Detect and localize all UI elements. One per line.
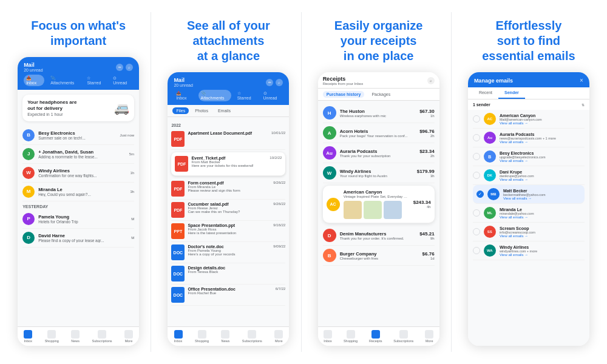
attachments-tab-2[interactable]: 📎 Attachments: [198, 90, 231, 101]
view-all-link[interactable]: View all emails →: [500, 140, 585, 144]
receipt-item[interactable]: A Acorn HotelsPack your bags! Your reser…: [323, 123, 435, 143]
receipt-tabs: Purchase history Packages: [318, 89, 439, 101]
receipts-header: Receipts Receipts from your Inbox ⌕: [318, 72, 439, 89]
packages-tab[interactable]: Packages: [368, 91, 394, 98]
email-item[interactable]: M Miranda Le Hey, Could you send again?.…: [22, 183, 134, 201]
purchase-history-tab[interactable]: Purchase history: [323, 91, 365, 98]
nav-more-3[interactable]: More: [425, 330, 433, 343]
view-all-link[interactable]: View all emails →: [500, 234, 585, 238]
file-item[interactable]: DOC Office Presentation.doc From Rachel …: [171, 285, 285, 306]
receipt-item[interactable]: Au Auraria PodcastsThank you for your su…: [323, 143, 435, 163]
phone-3: Receipts Receipts from your Inbox ⌕ Purc…: [318, 72, 439, 346]
file-item[interactable]: DOC Design details.doc From Teresa Black: [171, 263, 285, 285]
panel-sort: Effortlesslysort to findessential emails…: [456, 12, 601, 352]
receipts-title: Receipts: [323, 76, 364, 82]
nav-subs-2[interactable]: Subscriptions: [242, 330, 262, 343]
sender-check[interactable]: [473, 172, 480, 179]
sender-item[interactable]: B Besy Electronics upgrade@besyelectroni…: [473, 147, 585, 166]
edit-icon-2: ✏: [266, 79, 273, 86]
view-all-link[interactable]: View all emails →: [500, 121, 585, 125]
view-all-link[interactable]: View all emails →: [500, 215, 585, 219]
emails-tab[interactable]: Emails: [214, 107, 234, 114]
file-item[interactable]: PDF Cucumber salad.pdf From Reese Jerez …: [171, 200, 285, 221]
email-item[interactable]: W Windy Airlines Confirmation for one wa…: [22, 164, 134, 183]
sender-name: Scream Scoop: [500, 226, 585, 231]
inbox-tab-2[interactable]: 📥 Inbox: [174, 90, 194, 101]
nav-more-2[interactable]: More: [274, 330, 283, 343]
sender-check[interactable]: [473, 228, 480, 235]
sender-check[interactable]: [473, 134, 480, 141]
pdf-icon-featured: PDF: [175, 156, 188, 172]
manage-tabs: Recent Sender: [468, 87, 589, 99]
unread-tab-2[interactable]: ⊙ Unread: [261, 90, 283, 101]
sort-icon[interactable]: ⇅: [582, 103, 585, 107]
sender-check[interactable]: [473, 209, 480, 217]
sender-tab[interactable]: Sender: [498, 87, 525, 99]
sender-item[interactable]: DK Dani Krupe danikrupe@yahoo.com View a…: [473, 166, 585, 185]
nav-inbox-3[interactable]: Inbox: [324, 330, 332, 343]
email-sender: Windy Airlines: [38, 168, 126, 174]
receipt-item[interactable]: W Windy AirlinesYour round trip flight t…: [323, 163, 435, 183]
sender-name: Besy Electronics: [500, 151, 585, 155]
sender-name: American Canyon: [500, 113, 585, 118]
view-all-link[interactable]: View all emails →: [503, 197, 581, 200]
phone-1-header: Mail 20 unread ✏ ⌕ 📥 Inbox 📎 Attachments…: [18, 57, 139, 90]
view-all-link[interactable]: View all emails →: [500, 178, 585, 181]
nav-shopping-3[interactable]: Shopping: [344, 330, 358, 343]
email-item[interactable]: B Besy Electronics Summer sale on on tec…: [22, 126, 134, 145]
file-item[interactable]: PDF Apartment Lease Document.pdf 10/01/2…: [171, 129, 285, 150]
file-item[interactable]: PPT Space Presentation.ppt From Jacob Ro…: [171, 221, 285, 242]
photos-tab[interactable]: Photos: [191, 107, 212, 114]
email-item[interactable]: J + Jonathan, David, Susan Adding a room…: [22, 145, 134, 164]
sender-check[interactable]: [473, 115, 480, 123]
email-item[interactable]: P Pamela Young Hotels for Orlando Trip M: [22, 210, 134, 229]
file-item[interactable]: DOC Doctor's note.doc From Pamela Young …: [171, 242, 285, 263]
close-icon[interactable]: ×: [580, 77, 583, 84]
email-content: Miranda Le Hey, Could you send again?...: [38, 187, 126, 197]
file-name: Apartment Lease Document.pdf: [188, 131, 268, 135]
nav-subs-3[interactable]: Subscriptions: [393, 330, 413, 343]
panel-attachments: See all of yourattachmentsat a glance Ma…: [156, 12, 301, 352]
sender-item[interactable]: WA Windy Airlines windyairlines.com + mo…: [473, 241, 585, 260]
nav-shopping-2[interactable]: Shopping: [195, 330, 209, 343]
sender-check[interactable]: [473, 153, 480, 160]
nav-shopping[interactable]: Shopping: [45, 330, 59, 343]
sender-check-checked[interactable]: [476, 190, 484, 198]
view-all-link[interactable]: View all emails →: [500, 159, 585, 163]
receipt-item[interactable]: B Burger CompanyCheeseburger with fries …: [323, 246, 435, 266]
sender-item[interactable]: ML Miranda Le mirandale@yahoo.com View a…: [473, 204, 585, 223]
recent-tab[interactable]: Recent: [473, 87, 498, 99]
sender-check[interactable]: [473, 247, 480, 254]
panel-receipts: Easily organizeyour receiptsin one place…: [307, 12, 452, 352]
receipt-item[interactable]: D Denim ManufacturersThank you for your …: [323, 226, 435, 246]
search-icon-3[interactable]: ⌕: [427, 77, 435, 84]
edit-icon: ✏: [116, 64, 123, 71]
nav-news[interactable]: News: [71, 330, 80, 343]
nav-inbox-2[interactable]: Inbox: [174, 330, 183, 343]
email-item[interactable]: D David Harne Please find a copy of your…: [22, 229, 134, 248]
nav-inbox[interactable]: Inbox: [24, 330, 32, 343]
featured-receipt[interactable]: AC American Canyon Vintage Inspired Plat…: [323, 186, 435, 223]
nav-receipts[interactable]: Receipts: [369, 330, 382, 343]
nav-news-2[interactable]: News: [221, 330, 229, 343]
inbox-tab[interactable]: 📥 Inbox: [24, 75, 44, 86]
view-all-link[interactable]: View all emails →: [500, 253, 585, 257]
receipt-amount: $179.99: [417, 169, 435, 174]
avatar: D: [22, 232, 35, 244]
sender-item[interactable]: SS Scream Scoop info@screamscoop.com Vie…: [473, 223, 585, 241]
starred-tab[interactable]: ☆ Starred: [84, 75, 107, 86]
attachments-tab[interactable]: 📎 Attachments: [48, 75, 81, 86]
nav-more[interactable]: More: [124, 330, 133, 343]
featured-file[interactable]: PDF Event_Ticket.pdf From Matt Becker He…: [171, 152, 285, 176]
sender-item-selected[interactable]: MB Matt Becker beckermatthew@yahoo.com V…: [473, 185, 585, 204]
file-item[interactable]: PDF Form consent.pdf From Miranda Le Ple…: [171, 178, 285, 200]
sender-item[interactable]: Au Auraria Podcasts news@aurariapodcasts…: [473, 129, 585, 147]
unread-tab[interactable]: ⊙ Unread: [110, 75, 133, 86]
starred-tab-2[interactable]: ☆ Starred: [235, 90, 257, 101]
receipt-item[interactable]: H The HustonWireless earphones with mic …: [323, 103, 435, 123]
nav-subs[interactable]: Subscriptions: [92, 330, 112, 343]
receipt-merchant: Burger Company: [340, 251, 419, 257]
files-tab[interactable]: Files: [172, 107, 189, 114]
receipt-desc: Wireless earphones with mic: [340, 114, 416, 118]
sender-item[interactable]: AC American Canyon Mail@american-canyon.…: [473, 110, 585, 129]
